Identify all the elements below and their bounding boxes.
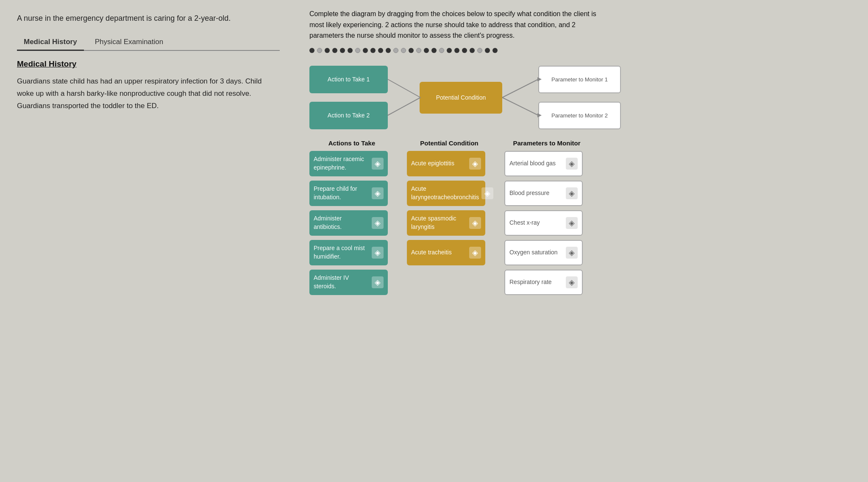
param-box-1[interactable]: Parameter to Monitor 1 <box>538 66 621 93</box>
drag-icon-parameter-4[interactable]: ◈ <box>566 276 578 288</box>
drag-icon-condition-0[interactable]: ◈ <box>469 158 481 170</box>
action-item-3[interactable]: Prepare a cool mist humidifier. ◈ <box>309 240 388 265</box>
parameter-to-monitor-1-box[interactable]: Parameter to Monitor 1 <box>538 66 621 93</box>
drag-icon-condition-2[interactable]: ◈ <box>469 217 481 229</box>
dot-14 <box>409 48 414 53</box>
action-item-4-text: Administer IV steroids. <box>314 274 369 290</box>
dot-11 <box>386 48 391 53</box>
instructions-text: Complete the diagram by dragging from th… <box>309 8 606 41</box>
tabs: Medical History Physical Examination <box>17 34 280 51</box>
history-text: Guardians state child has had an upper r… <box>17 75 280 112</box>
condition-box[interactable]: Potential Condition <box>420 82 502 114</box>
intro-text: A nurse in the emergency department is c… <box>17 13 280 24</box>
parameter-item-3-text: Oxygen saturation <box>509 248 563 257</box>
svg-line-0 <box>388 79 420 98</box>
action-item-2-text: Administer antibiotics. <box>314 215 369 231</box>
drag-icon-action-2[interactable]: ◈ <box>372 217 384 229</box>
action-to-take-2-box[interactable]: Action to Take 2 <box>309 102 388 129</box>
actions-column-header: Actions to Take <box>309 139 394 147</box>
param-box-2-label: Parameter to Monitor 2 <box>551 112 608 119</box>
dot-18 <box>439 48 444 53</box>
condition-item-1-text: Acute laryngeotracheobronchitis <box>411 185 479 201</box>
dot-3 <box>325 48 330 53</box>
left-panel: A nurse in the emergency department is c… <box>0 0 297 482</box>
action-item-4[interactable]: Administer IV steroids. ◈ <box>309 270 388 295</box>
condition-item-2[interactable]: Acute spasmodic laryngitis ◈ <box>407 210 485 236</box>
condition-item-0-text: Acute epiglottitis <box>411 159 467 168</box>
drag-icon-parameter-3[interactable]: ◈ <box>566 247 578 259</box>
dot-8 <box>363 48 368 53</box>
parameter-to-monitor-2-box[interactable]: Parameter to Monitor 2 <box>538 102 621 129</box>
dot-22 <box>470 48 475 53</box>
dot-5 <box>340 48 345 53</box>
parameter-item-2-text: Chest x-ray <box>509 219 563 227</box>
parameter-item-4[interactable]: Respiratory rate ◈ <box>504 270 583 295</box>
parameter-item-1-text: Blood pressure <box>509 189 563 198</box>
drag-icon-parameter-1[interactable]: ◈ <box>566 187 578 199</box>
dot-4 <box>332 48 337 53</box>
dot-20 <box>454 48 459 53</box>
dot-24 <box>485 48 490 53</box>
drag-icon-action-0[interactable]: ◈ <box>372 158 384 170</box>
condition-item-2-text: Acute spasmodic laryngitis <box>411 215 467 231</box>
parameters-column: Parameters to Monitor Arterial blood gas… <box>504 139 589 299</box>
dot-17 <box>431 48 437 53</box>
dot-16 <box>424 48 429 53</box>
action-item-0-text: Administer racemic epinephrine. <box>314 155 369 172</box>
param-box-2[interactable]: Parameter to Monitor 2 <box>538 102 621 129</box>
dot-2 <box>317 48 322 53</box>
action-item-2[interactable]: Administer antibiotics. ◈ <box>309 210 388 236</box>
tab-medical-history[interactable]: Medical History <box>17 34 84 51</box>
action-box-2[interactable]: Action to Take 2 <box>309 102 388 129</box>
parameter-item-1[interactable]: Blood pressure ◈ <box>504 181 583 206</box>
drag-icon-action-4[interactable]: ◈ <box>372 276 384 288</box>
action-to-take-1-box[interactable]: Action to Take 1 <box>309 66 388 93</box>
condition-item-0[interactable]: Acute epiglottitis ◈ <box>407 151 485 176</box>
dot-25 <box>492 48 498 53</box>
condition-item-3-text: Acute tracheitis <box>411 248 467 257</box>
parameter-item-2[interactable]: Chest x-ray ◈ <box>504 210 583 236</box>
dot-1 <box>309 48 314 53</box>
action-item-1[interactable]: Prepare child for intubation. ◈ <box>309 181 388 206</box>
parameter-item-4-text: Respiratory rate <box>509 278 563 287</box>
action-box-1[interactable]: Action to Take 1 <box>309 66 388 93</box>
section-title: Medical History <box>17 59 280 69</box>
dot-6 <box>348 48 353 53</box>
drag-icon-condition-3[interactable]: ◈ <box>469 247 481 259</box>
action-item-1-text: Prepare child for intubation. <box>314 185 369 201</box>
svg-line-2 <box>502 79 538 98</box>
tab-physical-examination[interactable]: Physical Examination <box>88 34 170 50</box>
condition-item-3[interactable]: Acute tracheitis ◈ <box>407 240 485 265</box>
choices-area: Actions to Take Administer racemic epine… <box>309 139 855 299</box>
parameter-item-3[interactable]: Oxygen saturation ◈ <box>504 240 583 265</box>
drag-icon-action-3[interactable]: ◈ <box>372 247 384 259</box>
action-box-1-label: Action to Take 1 <box>328 76 370 83</box>
diagram-area: Action to Take 1 Action to Take 2 Potent… <box>309 61 855 134</box>
parameter-item-0-text: Arterial blood gas <box>509 159 563 168</box>
drag-icon-parameter-2[interactable]: ◈ <box>566 217 578 229</box>
dot-12 <box>393 48 398 53</box>
parameters-column-header: Parameters to Monitor <box>504 139 589 147</box>
dot-21 <box>462 48 467 53</box>
dot-7 <box>355 48 360 53</box>
condition-box-label: Potential Condition <box>436 94 486 101</box>
conditions-column-header: Potential Condition <box>407 139 492 147</box>
drag-icon-action-1[interactable]: ◈ <box>372 187 384 199</box>
svg-line-3 <box>502 98 538 115</box>
dot-9 <box>370 48 376 53</box>
progress-dots <box>309 48 855 53</box>
dot-23 <box>477 48 482 53</box>
dot-13 <box>401 48 406 53</box>
dot-15 <box>416 48 421 53</box>
action-item-0[interactable]: Administer racemic epinephrine. ◈ <box>309 151 388 176</box>
actions-column: Actions to Take Administer racemic epine… <box>309 139 394 299</box>
drag-icon-condition-1[interactable]: ◈ <box>481 187 493 199</box>
right-panel: Complete the diagram by dragging from th… <box>297 0 868 482</box>
condition-item-1[interactable]: Acute laryngeotracheobronchitis ◈ <box>407 181 485 206</box>
drag-icon-parameter-0[interactable]: ◈ <box>566 158 578 170</box>
conditions-column: Potential Condition Acute epiglottitis ◈… <box>407 139 492 299</box>
potential-condition-box[interactable]: Potential Condition <box>420 82 502 114</box>
dot-10 <box>378 48 383 53</box>
parameter-item-0[interactable]: Arterial blood gas ◈ <box>504 151 583 176</box>
action-box-2-label: Action to Take 2 <box>328 112 370 119</box>
